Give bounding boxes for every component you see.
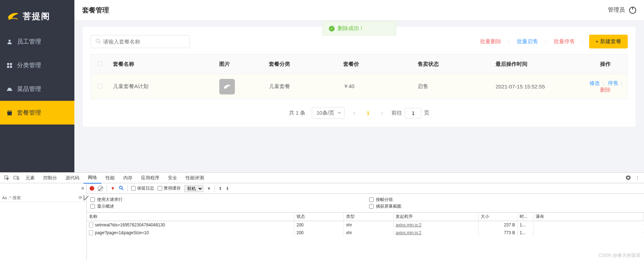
th-waterfall[interactable]: 瀑布 bbox=[533, 213, 644, 220]
more-icon[interactable]: ⋮ bbox=[633, 174, 642, 182]
tab-application[interactable]: 应用程序 bbox=[137, 173, 164, 183]
cell-category: 儿童套餐 bbox=[265, 83, 339, 90]
goto-input[interactable] bbox=[405, 108, 421, 119]
logo: 菩提阁 bbox=[0, 0, 74, 30]
checkbox-all[interactable] bbox=[97, 61, 102, 66]
prev-page-button[interactable]: ‹ bbox=[351, 109, 357, 117]
search-icon[interactable] bbox=[119, 185, 124, 191]
svg-rect-2 bbox=[10, 63, 12, 65]
th-status[interactable]: 状态 bbox=[294, 213, 344, 220]
logo-icon bbox=[6, 10, 19, 23]
chevron-down-icon[interactable]: ▼ bbox=[207, 186, 211, 191]
add-new-button[interactable]: + 新建套餐 bbox=[589, 35, 628, 48]
show-overview-checkbox[interactable] bbox=[90, 204, 95, 209]
devtools: 元素 控制台 源代码 网络 性能 内存 应用程序 安全 性能评测 ⋮ × Aa … bbox=[0, 172, 644, 260]
search-input[interactable] bbox=[91, 35, 190, 48]
initiator-link[interactable]: axios.min.js:2 bbox=[396, 223, 422, 227]
toast-success: ✓ 删除成功！ bbox=[322, 21, 396, 36]
delete-button[interactable]: 删除 bbox=[598, 87, 612, 93]
group-frame-checkbox[interactable] bbox=[369, 197, 374, 202]
main: 套餐管理 管理员 ✓ 删除成功！ 批量删除 批量启售 bbox=[74, 0, 644, 172]
th-name: 套餐名称 bbox=[109, 61, 215, 68]
sidebar-item-dish[interactable]: 菜品管理 bbox=[0, 77, 74, 101]
svg-point-16 bbox=[119, 186, 122, 189]
th-img: 图片 bbox=[215, 61, 265, 68]
batch-delete-button[interactable]: 批量删除 bbox=[472, 38, 509, 45]
sidebar-item-label: 分类管理 bbox=[17, 61, 41, 69]
cell-price: ￥40 bbox=[339, 83, 413, 90]
sidebar-item-label: 菜品管理 bbox=[17, 85, 41, 93]
network-row[interactable]: page?page=1&pageSize=10 200 xhr axios.mi… bbox=[87, 229, 644, 237]
check-icon: ✓ bbox=[329, 26, 335, 31]
edit-button[interactable]: 修改 bbox=[588, 80, 602, 86]
search-field[interactable] bbox=[103, 39, 185, 45]
svg-rect-7 bbox=[9, 112, 10, 115]
th-initiator[interactable]: 发起程序 bbox=[394, 213, 479, 220]
disable-cache-checkbox[interactable]: 禁用缓存 bbox=[158, 185, 181, 191]
batch-stop-button[interactable]: 批量停售 bbox=[546, 38, 583, 45]
tab-performance[interactable]: 性能 bbox=[101, 173, 119, 183]
record-icon[interactable] bbox=[90, 186, 94, 191]
tab-network[interactable]: 网络 bbox=[84, 172, 101, 184]
tab-memory[interactable]: 内存 bbox=[119, 173, 137, 183]
stop-button[interactable]: 停售 bbox=[606, 80, 620, 86]
tab-lighthouse[interactable]: 性能评测 bbox=[181, 173, 208, 183]
tab-sources[interactable]: 源代码 bbox=[61, 173, 84, 183]
filter-icon[interactable]: ▼ bbox=[111, 186, 115, 191]
network-row[interactable]: setmeal?ids=1695762304784048130 200 xhr … bbox=[87, 221, 644, 229]
row-checkbox[interactable] bbox=[97, 83, 102, 88]
large-rows-checkbox[interactable] bbox=[90, 197, 95, 202]
sidebar-item-label: 套餐管理 bbox=[17, 109, 41, 117]
th-time[interactable]: 时... bbox=[518, 213, 533, 220]
svg-point-15 bbox=[627, 177, 629, 179]
devtools-search-input[interactable] bbox=[12, 195, 77, 200]
page-number[interactable]: 1 bbox=[364, 110, 372, 116]
upload-icon[interactable]: ⬆ bbox=[219, 186, 222, 191]
throttling-select[interactable]: 联机 bbox=[184, 185, 203, 192]
initiator-link[interactable]: axios.min.js:2 bbox=[396, 230, 422, 235]
page-total: 共 1 条 bbox=[289, 110, 306, 116]
goto-prefix: 前往 bbox=[391, 110, 402, 116]
th-type[interactable]: 类型 bbox=[344, 213, 394, 220]
svg-rect-1 bbox=[7, 63, 9, 65]
download-icon[interactable]: ⬇ bbox=[226, 186, 229, 191]
content: ✓ 删除成功！ 批量删除 批量启售 批量停售 + 新建套餐 bbox=[74, 21, 644, 172]
settings-icon[interactable] bbox=[623, 174, 633, 182]
goto-suffix: 页 bbox=[424, 110, 429, 116]
clear-log-icon[interactable] bbox=[98, 186, 103, 191]
close-icon[interactable]: × bbox=[81, 185, 84, 192]
devtools-search-panel: × Aa .* ⟳ bbox=[0, 183, 87, 260]
th-name[interactable]: 名称 bbox=[87, 213, 294, 220]
tab-elements[interactable]: 元素 bbox=[21, 173, 39, 183]
sidebar-item-category[interactable]: 分类管理 bbox=[0, 53, 74, 77]
cell-status: 启售 bbox=[413, 83, 491, 90]
device-icon[interactable] bbox=[11, 174, 21, 181]
clear-icon[interactable] bbox=[84, 195, 84, 200]
network-toolbar: ▼ 保留日志 禁用缓存 联机 ▼ ⬆ ⬇ bbox=[87, 183, 644, 194]
svg-point-0 bbox=[9, 40, 11, 42]
th-size[interactable]: 大小 bbox=[479, 213, 518, 220]
batch-start-button[interactable]: 批量启售 bbox=[509, 38, 546, 45]
cell-name: 儿童套餐A计划 bbox=[109, 83, 215, 90]
document-icon bbox=[89, 230, 93, 235]
document-icon bbox=[89, 223, 93, 227]
sidebar: 菩提阁 员工管理 分类管理 菜品管理 套餐管理 bbox=[0, 0, 74, 172]
svg-rect-3 bbox=[7, 66, 9, 68]
next-page-button[interactable]: › bbox=[379, 109, 385, 117]
refresh-icon[interactable]: ⟳ bbox=[79, 195, 82, 200]
sidebar-item-staff[interactable]: 员工管理 bbox=[0, 30, 74, 53]
network-table: 名称 状态 类型 发起程序 大小 时... 瀑布 setmeal?ids=169… bbox=[87, 213, 644, 260]
page-size-select[interactable]: 10条/页 bbox=[312, 107, 345, 119]
sidebar-item-setmeal[interactable]: 套餐管理 bbox=[0, 101, 74, 125]
tab-security[interactable]: 安全 bbox=[164, 173, 181, 183]
tab-console[interactable]: 控制台 bbox=[39, 173, 61, 183]
svg-point-9 bbox=[10, 110, 11, 112]
svg-line-17 bbox=[122, 189, 123, 190]
inspect-icon[interactable] bbox=[2, 174, 11, 182]
preserve-log-checkbox[interactable]: 保留日志 bbox=[131, 185, 154, 191]
logout-icon[interactable] bbox=[629, 7, 636, 14]
svg-line-11 bbox=[99, 42, 101, 44]
watermark: CSDN @春天的菠菜 bbox=[598, 252, 640, 259]
admin-label[interactable]: 管理员 bbox=[608, 6, 625, 14]
screenshots-checkbox[interactable] bbox=[369, 204, 374, 209]
